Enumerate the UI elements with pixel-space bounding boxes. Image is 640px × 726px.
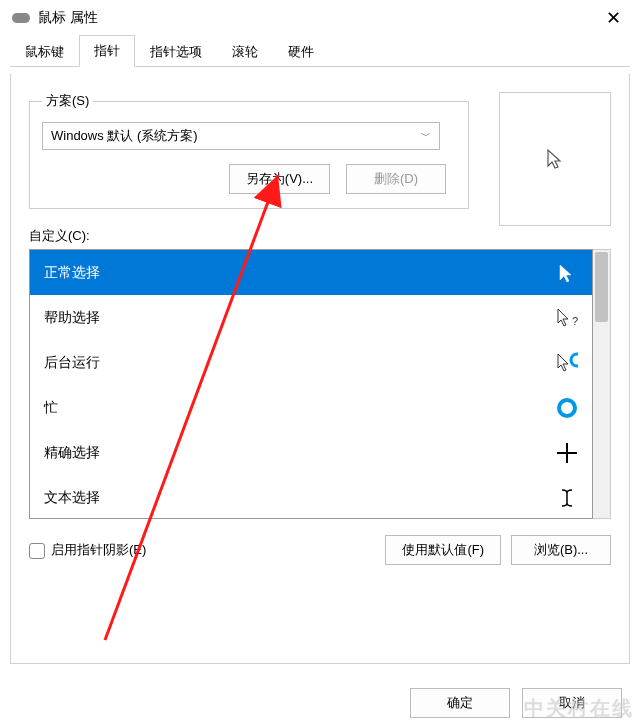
use-default-button[interactable]: 使用默认值(F) <box>385 535 501 565</box>
listbox-scrollbar[interactable] <box>593 249 611 519</box>
tab-buttons[interactable]: 鼠标键 <box>10 36 79 67</box>
save-as-button[interactable]: 另存为(V)... <box>229 164 330 194</box>
delete-button: 删除(D) <box>346 164 446 194</box>
list-item-label: 正常选择 <box>44 264 100 282</box>
cursor-busy-icon <box>556 397 578 419</box>
shadow-checkbox-label[interactable]: 启用指针阴影(E) <box>29 541 146 559</box>
scheme-group: 方案(S) Windows 默认 (系统方案) ﹀ 另存为(V)... 删除(D… <box>29 92 469 209</box>
list-item-label: 忙 <box>44 399 58 417</box>
scheme-dropdown[interactable]: Windows 默认 (系统方案) ﹀ <box>42 122 440 150</box>
tab-pointers[interactable]: 指针 <box>79 35 135 67</box>
browse-button[interactable]: 浏览(B)... <box>511 535 611 565</box>
cursor-background-icon <box>556 352 578 374</box>
cursor-arrow-icon <box>556 262 578 284</box>
svg-text:?: ? <box>572 315 578 327</box>
tab-wheel[interactable]: 滚轮 <box>217 36 273 67</box>
list-item-label: 文本选择 <box>44 489 100 507</box>
svg-point-2 <box>559 400 575 416</box>
window-title: 鼠标 属性 <box>38 9 590 27</box>
list-item-label: 精确选择 <box>44 444 100 462</box>
tab-strip: 鼠标键 指针 指针选项 滚轮 硬件 <box>0 36 640 66</box>
list-item[interactable]: 正常选择 <box>30 250 592 295</box>
shadow-checkbox[interactable] <box>29 543 45 559</box>
list-item[interactable]: 帮助选择 ? <box>30 295 592 340</box>
list-item[interactable]: 忙 <box>30 385 592 430</box>
list-item[interactable]: 后台运行 <box>30 340 592 385</box>
cursor-arrow-icon <box>544 148 566 170</box>
close-button[interactable]: ✕ <box>590 0 636 36</box>
app-icon <box>12 13 30 23</box>
custom-label: 自定义(C): <box>29 227 611 245</box>
svg-point-1 <box>571 354 578 366</box>
cursor-precision-icon <box>556 442 578 464</box>
cursor-text-icon <box>556 487 578 509</box>
chevron-down-icon: ﹀ <box>421 129 431 143</box>
scheme-selected: Windows 默认 (系统方案) <box>51 127 198 145</box>
scrollbar-thumb[interactable] <box>595 252 608 322</box>
tab-hardware[interactable]: 硬件 <box>273 36 329 67</box>
list-item[interactable]: 文本选择 <box>30 475 592 519</box>
ok-button[interactable]: 确定 <box>410 688 510 718</box>
list-item-label: 帮助选择 <box>44 309 100 327</box>
cursor-listbox[interactable]: 正常选择 帮助选择 ? 后台运行 忙 <box>29 249 593 519</box>
list-item-label: 后台运行 <box>44 354 100 372</box>
watermark: 中关村在线 <box>524 695 634 722</box>
list-item[interactable]: 精确选择 <box>30 430 592 475</box>
scheme-legend: 方案(S) <box>42 92 93 110</box>
cursor-preview <box>499 92 611 226</box>
tab-pointer-options[interactable]: 指针选项 <box>135 36 217 67</box>
cursor-help-icon: ? <box>556 307 578 329</box>
tab-panel: 方案(S) Windows 默认 (系统方案) ﹀ 另存为(V)... 删除(D… <box>10 74 630 664</box>
titlebar: 鼠标 属性 ✕ <box>0 0 640 36</box>
